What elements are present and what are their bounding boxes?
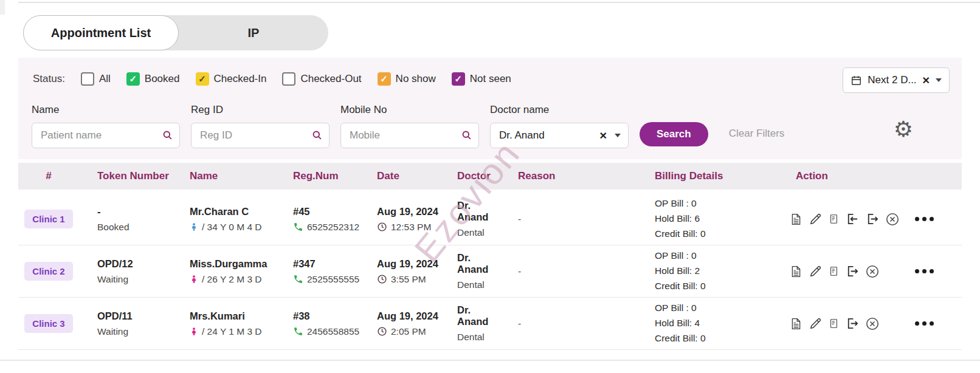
search-icon[interactable] bbox=[461, 129, 472, 141]
cancel-icon[interactable] bbox=[865, 317, 880, 331]
age-text: / 34 Y 0 M 4 D bbox=[202, 222, 262, 233]
clear-date-icon[interactable]: ✕ bbox=[922, 75, 930, 86]
token-number: OPD/12 bbox=[97, 258, 175, 270]
tab-appointment-list[interactable]: Appointment List bbox=[23, 15, 179, 50]
phone-number: 6525252312 bbox=[307, 222, 359, 233]
table-row: Clinic 2 OPD/12 Waiting Miss.Durgamma / … bbox=[18, 245, 962, 298]
notes-icon[interactable] bbox=[829, 317, 839, 330]
header-doctor: Doctor bbox=[443, 170, 503, 182]
female-icon bbox=[190, 274, 198, 284]
token-status: Booked bbox=[97, 222, 175, 233]
status-filter-group: Status: All Booked Checked-In Checked-Ou… bbox=[18, 58, 962, 86]
cancel-icon[interactable] bbox=[865, 264, 880, 279]
status-option-label: Checked-In bbox=[214, 73, 267, 85]
patient-name-input[interactable] bbox=[32, 123, 180, 148]
female-icon bbox=[190, 326, 198, 337]
filter-panel: Status: All Booked Checked-In Checked-Ou… bbox=[18, 58, 962, 159]
op-bill: OP Bill : 0 bbox=[655, 301, 781, 316]
search-icon[interactable] bbox=[311, 129, 323, 141]
token-status: Waiting bbox=[97, 274, 175, 285]
edit-pencil-icon[interactable] bbox=[809, 317, 823, 330]
patient-name: Mrs.Kumari bbox=[190, 310, 278, 322]
op-bill: OP Bill : 0 bbox=[655, 248, 781, 264]
header-name: Name bbox=[175, 170, 278, 182]
doctor-select[interactable]: Dr. Anand ✕ bbox=[490, 123, 629, 148]
bill-document-icon[interactable] bbox=[790, 264, 802, 279]
status-checkbox-all[interactable]: All bbox=[81, 72, 111, 86]
notes-icon[interactable] bbox=[829, 264, 839, 278]
chevron-down-icon[interactable] bbox=[615, 134, 621, 137]
status-option-label: Checked-Out bbox=[300, 73, 361, 85]
reg-num: #347 bbox=[293, 258, 362, 270]
header-date: Date bbox=[362, 170, 443, 182]
regid-field-label: Reg ID bbox=[191, 104, 330, 116]
checkbox-icon[interactable] bbox=[282, 72, 295, 86]
department: Dental bbox=[457, 227, 503, 238]
status-option-label: No show bbox=[396, 73, 436, 85]
calendar-icon bbox=[851, 75, 862, 86]
checkbox-icon[interactable] bbox=[81, 72, 94, 86]
search-button[interactable]: Search bbox=[640, 122, 708, 146]
checkbox-icon[interactable] bbox=[452, 72, 465, 86]
reg-id-input[interactable] bbox=[191, 123, 330, 148]
header-num: # bbox=[18, 170, 79, 182]
male-icon bbox=[190, 222, 198, 232]
left-edge-strip bbox=[0, 0, 5, 15]
reg-num: #45 bbox=[293, 206, 362, 217]
tab-bar: Appointment List IP bbox=[23, 15, 328, 50]
mobile-input[interactable] bbox=[340, 123, 479, 148]
notes-icon[interactable] bbox=[829, 212, 839, 226]
checkbox-icon[interactable] bbox=[126, 72, 140, 86]
settings-gear-icon[interactable]: ⚙ bbox=[894, 118, 913, 140]
more-options-button[interactable] bbox=[915, 269, 934, 273]
check-out-icon[interactable] bbox=[845, 264, 859, 278]
check-out-icon[interactable] bbox=[865, 212, 879, 226]
checkbox-icon[interactable] bbox=[378, 72, 391, 86]
check-in-icon[interactable] bbox=[845, 212, 859, 226]
top-divider bbox=[18, 2, 980, 3]
appointment-time: 3:55 PM bbox=[391, 274, 426, 285]
status-checkbox-no-show[interactable]: No show bbox=[378, 72, 436, 86]
age-text: / 26 Y 2 M 3 D bbox=[202, 274, 262, 285]
chevron-down-icon[interactable] bbox=[936, 78, 942, 82]
doctor-name: Dr. Anand bbox=[457, 304, 503, 327]
cancel-icon[interactable] bbox=[885, 212, 900, 227]
token-number: OPD/11 bbox=[97, 310, 175, 322]
tab-ip[interactable]: IP bbox=[179, 15, 328, 50]
status-checkbox-checked-in[interactable]: Checked-In bbox=[196, 72, 267, 86]
bill-document-icon[interactable] bbox=[790, 212, 802, 227]
mobile-field-label: Mobile No bbox=[340, 104, 479, 116]
date-range-value: Next 2 D... bbox=[868, 74, 916, 86]
table-row: Clinic 3 OPD/11 Waiting Mrs.Kumari / 24 … bbox=[18, 298, 962, 350]
status-label: Status: bbox=[33, 73, 65, 85]
header-reg-num: Reg.Num bbox=[278, 170, 362, 182]
date-range-filter[interactable]: Next 2 D... ✕ bbox=[843, 67, 950, 93]
clear-doctor-icon[interactable]: ✕ bbox=[599, 130, 607, 142]
appointment-time: 2:05 PM bbox=[391, 326, 426, 337]
phone-icon bbox=[293, 274, 303, 284]
patient-name: Miss.Durgamma bbox=[190, 258, 278, 270]
checkbox-icon[interactable] bbox=[196, 72, 209, 86]
doctor-select-value: Dr. Anand bbox=[499, 129, 599, 142]
more-options-button[interactable] bbox=[915, 217, 934, 221]
age-text: / 24 Y 1 M 3 D bbox=[202, 326, 262, 337]
reason-text: - bbox=[503, 214, 640, 225]
appointment-date: Aug 19, 2024 bbox=[377, 258, 443, 270]
department: Dental bbox=[457, 332, 503, 343]
search-icon[interactable] bbox=[162, 129, 173, 141]
more-options-button[interactable] bbox=[915, 321, 934, 326]
hold-bill: Hold Bill: 4 bbox=[655, 316, 781, 331]
status-option-label: All bbox=[99, 73, 111, 85]
bill-document-icon[interactable] bbox=[790, 317, 802, 331]
status-checkbox-checked-out[interactable]: Checked-Out bbox=[282, 72, 361, 86]
header-reason: Reason bbox=[503, 170, 640, 182]
table-body: Clinic 1 - Booked Mr.Charan C / 34 Y 0 M… bbox=[18, 193, 962, 350]
clear-filters-link[interactable]: Clear Filters bbox=[729, 128, 785, 140]
table-row: Clinic 1 - Booked Mr.Charan C / 34 Y 0 M… bbox=[18, 193, 962, 245]
edit-pencil-icon[interactable] bbox=[809, 264, 823, 278]
edit-pencil-icon[interactable] bbox=[809, 212, 823, 226]
clock-icon bbox=[377, 326, 387, 337]
status-checkbox-not-seen[interactable]: Not seen bbox=[452, 72, 511, 86]
check-out-icon[interactable] bbox=[845, 317, 859, 330]
status-checkbox-booked[interactable]: Booked bbox=[126, 72, 180, 86]
